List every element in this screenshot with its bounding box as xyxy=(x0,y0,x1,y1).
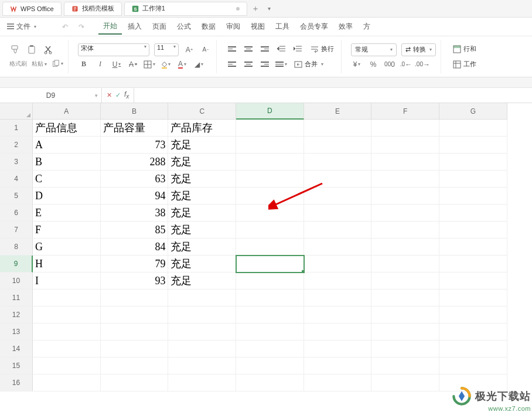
cell[interactable]: 产品库存 xyxy=(168,120,236,137)
borders-button[interactable]: ▾ xyxy=(144,59,155,70)
menu-review[interactable]: 审阅 xyxy=(221,19,245,34)
cell[interactable] xyxy=(304,154,372,171)
cell[interactable]: 产品信息 xyxy=(33,120,101,137)
cell[interactable]: F xyxy=(33,222,101,239)
cell[interactable] xyxy=(439,188,507,205)
formula-cancel-button[interactable]: ✕ xyxy=(107,91,112,99)
menu-page[interactable]: 页面 xyxy=(148,19,171,34)
cell[interactable] xyxy=(168,290,236,307)
cell[interactable] xyxy=(168,324,236,341)
row-header[interactable]: 12 xyxy=(0,307,33,324)
row-header[interactable]: 6 xyxy=(0,205,33,222)
cell[interactable] xyxy=(371,188,439,205)
cell[interactable] xyxy=(439,222,507,239)
italic-button[interactable]: I xyxy=(94,59,106,70)
cell[interactable] xyxy=(439,171,507,188)
cell[interactable] xyxy=(101,374,169,391)
wrap-text-button[interactable]: 换行 xyxy=(308,43,336,56)
file-menu[interactable]: 文件 ▾ xyxy=(2,19,41,34)
paste-label[interactable]: 粘贴▾ xyxy=(32,60,47,68)
currency-button[interactable]: ¥▾ xyxy=(351,59,363,70)
app-title-tab[interactable]: WPS Office xyxy=(2,2,62,16)
cell[interactable] xyxy=(236,357,304,374)
cell[interactable] xyxy=(439,324,507,341)
align-justify-button[interactable]: ▾ xyxy=(275,59,287,70)
cell[interactable] xyxy=(236,290,304,307)
cell[interactable]: G xyxy=(33,239,101,256)
select-all-corner[interactable] xyxy=(0,103,33,120)
font-size-select[interactable]: 11▾ xyxy=(154,43,179,56)
cell[interactable] xyxy=(101,324,169,341)
menu-tools[interactable]: 工具 xyxy=(271,19,294,34)
cell[interactable]: 产品容量 xyxy=(101,120,169,137)
cell[interactable] xyxy=(236,222,304,239)
cell[interactable] xyxy=(33,357,101,374)
indent-decrease-button[interactable] xyxy=(275,43,287,55)
cell[interactable] xyxy=(371,239,439,256)
menu-undo[interactable]: ↶ xyxy=(57,21,73,33)
row-header[interactable]: 13 xyxy=(0,324,33,341)
cell[interactable] xyxy=(236,341,304,357)
cell[interactable] xyxy=(371,374,439,391)
formula-input[interactable] xyxy=(134,88,532,103)
cell[interactable] xyxy=(371,154,439,171)
cell[interactable]: 充足 xyxy=(168,171,236,188)
row-header[interactable]: 2 xyxy=(0,137,33,154)
menu-data[interactable]: 数据 xyxy=(197,19,220,34)
cell[interactable] xyxy=(236,239,304,256)
cell[interactable] xyxy=(439,357,507,374)
cell[interactable] xyxy=(101,290,169,307)
cell[interactable]: I xyxy=(33,273,101,290)
cell[interactable] xyxy=(236,273,304,290)
cell[interactable] xyxy=(168,374,236,391)
cell[interactable] xyxy=(236,137,304,154)
document-tab-workbook[interactable]: S 工作簿1 xyxy=(124,2,247,16)
format-painter-icon[interactable] xyxy=(9,44,21,56)
font-family-select[interactable]: 宋体▾ xyxy=(78,43,149,56)
menu-formula[interactable]: 公式 xyxy=(172,19,196,34)
align-center-button[interactable] xyxy=(243,59,254,70)
cell[interactable] xyxy=(304,222,372,239)
cell[interactable] xyxy=(304,239,372,256)
cell[interactable] xyxy=(236,188,304,205)
cell[interactable] xyxy=(371,171,439,188)
align-left-button[interactable] xyxy=(226,59,238,70)
cell[interactable] xyxy=(371,307,439,324)
align-bottom-button[interactable] xyxy=(259,43,271,55)
cell[interactable] xyxy=(101,307,169,324)
underline-button[interactable]: U▾ xyxy=(111,59,122,70)
cell[interactable] xyxy=(168,357,236,374)
cell[interactable]: 288 xyxy=(101,154,169,171)
row-header[interactable]: 16 xyxy=(0,374,33,391)
cell[interactable] xyxy=(304,205,372,222)
document-tab-templates[interactable]: 找稻壳模板 xyxy=(64,2,122,16)
menu-insert[interactable]: 插入 xyxy=(123,19,146,34)
cell[interactable] xyxy=(439,341,507,357)
column-header[interactable]: F xyxy=(371,103,439,120)
cell[interactable] xyxy=(439,137,507,154)
cell[interactable] xyxy=(168,307,236,324)
formula-accept-button[interactable]: ✓ xyxy=(115,91,121,99)
new-tab-button[interactable]: ＋ xyxy=(250,3,261,15)
convert-button[interactable]: ⇄ 转换▾ xyxy=(401,43,436,56)
number-format-select[interactable]: 常规▾ xyxy=(351,43,397,56)
column-header[interactable]: C xyxy=(168,103,236,120)
cell[interactable] xyxy=(236,324,304,341)
worksheet-button[interactable]: 工作 xyxy=(451,58,479,71)
name-box[interactable]: D9 ▾ xyxy=(0,88,102,103)
cell[interactable] xyxy=(304,290,372,307)
cell[interactable] xyxy=(371,256,439,273)
cell[interactable]: 充足 xyxy=(168,154,236,171)
row-header[interactable]: 3 xyxy=(0,154,33,171)
cell[interactable] xyxy=(371,357,439,374)
cell[interactable]: 84 xyxy=(101,239,169,256)
cell[interactable]: 充足 xyxy=(168,188,236,205)
cell[interactable]: C xyxy=(33,171,101,188)
indent-increase-button[interactable] xyxy=(292,43,303,55)
cell[interactable]: 73 xyxy=(101,137,169,154)
cell[interactable] xyxy=(304,171,372,188)
align-top-button[interactable] xyxy=(226,43,238,55)
cell[interactable] xyxy=(304,374,372,391)
cell[interactable] xyxy=(101,357,169,374)
cell[interactable] xyxy=(236,171,304,188)
